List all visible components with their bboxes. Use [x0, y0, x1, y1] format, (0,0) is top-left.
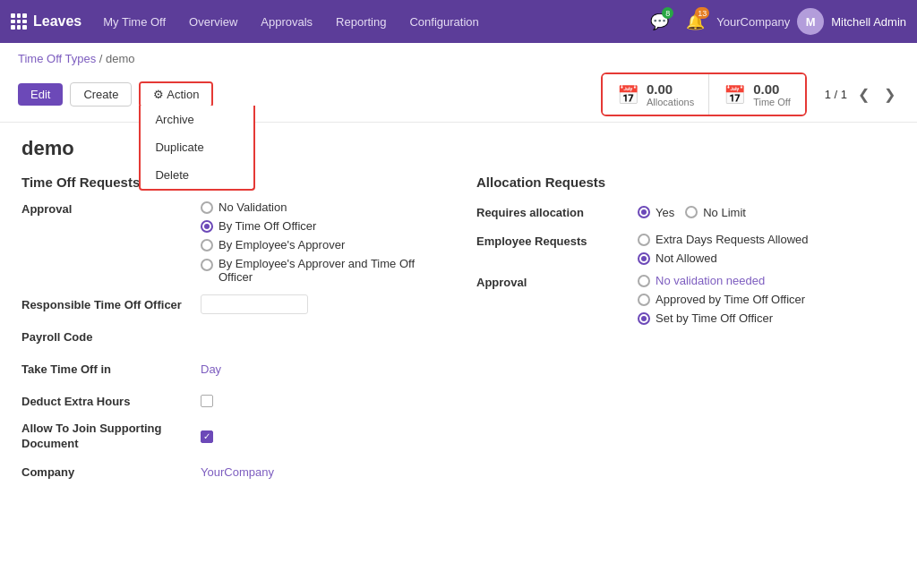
radio-set-by-officer [638, 312, 650, 325]
bell-icon-btn[interactable]: 🔔 13 [681, 7, 709, 36]
alloc-approval-label: Approval [476, 274, 638, 289]
action-duplicate[interactable]: Duplicate [141, 133, 253, 161]
stat-boxes: 📅 0.00 Allocations 📅 0.00 Time Off [601, 72, 807, 116]
alloc-option-no-validation[interactable]: No validation needed [638, 274, 805, 287]
radio-approved-officer [638, 294, 650, 306]
edit-button[interactable]: Edit [18, 83, 63, 106]
toolbar: Edit Create ⚙ Action Archive Duplicate D… [0, 69, 917, 123]
create-button[interactable]: Create [70, 82, 132, 107]
responsible-value[interactable] [201, 294, 308, 314]
main-content: demo Time Off Requests Approval No Valid… [0, 123, 917, 567]
alloc-option-set-by-officer[interactable]: Set by Time Off Officer [638, 311, 805, 325]
company-field-row: Company YourCompany [21, 461, 441, 484]
timeoff-label: Time Off [753, 97, 791, 107]
nav-reporting[interactable]: Reporting [325, 0, 397, 43]
app-name: Leaves [33, 13, 81, 30]
radio-no-limit [685, 206, 698, 218]
deduct-extra-checkbox[interactable] [201, 395, 213, 407]
alloc-approval-row: Approval No validation needed Approved b… [476, 274, 896, 325]
approval-option-0[interactable]: No Validation [201, 200, 441, 214]
take-time-off-field-row: Take Time Off in Day [21, 357, 441, 380]
time-off-requests-section: Time Off Requests Approval No Validation… [21, 175, 441, 493]
payroll-code-label: Payroll Code [21, 330, 201, 344]
pagination: 📅 0.00 Allocations 📅 0.00 Time Off 1 / 1… [601, 72, 899, 116]
employee-option-extra[interactable]: Extra Days Requests Allowed [638, 233, 809, 246]
responsible-label: Responsible Time Off Officer [21, 298, 201, 311]
company-name[interactable]: YourCompany [716, 15, 790, 29]
radio-by-approver-officer [201, 259, 213, 271]
sections-row: Time Off Requests Approval No Validation… [21, 175, 896, 493]
action-archive[interactable]: Archive [141, 106, 253, 133]
grid-icon [11, 13, 27, 30]
company-value: YourCompany [201, 465, 274, 479]
responsible-field-row: Responsible Time Off Officer [21, 293, 441, 316]
radio-yes [638, 206, 650, 218]
breadcrumb-bar: Time Off Types / demo [0, 43, 917, 69]
action-dropdown-wrapper: ⚙ Action Archive Duplicate Delete [139, 81, 213, 107]
prev-page-arrow[interactable]: ❮ [854, 86, 873, 103]
action-delete[interactable]: Delete [141, 161, 253, 189]
user-name[interactable]: Mitchell Admin [831, 15, 906, 29]
take-time-off-value: Day [201, 362, 221, 376]
breadcrumb-current: demo [106, 52, 135, 65]
allocation-requests-section: Allocation Requests Requires allocation … [476, 175, 896, 493]
approval-label: Approval [21, 200, 201, 216]
breadcrumb-parent[interactable]: Time Off Types [18, 52, 96, 65]
approval-option-2[interactable]: By Employee's Approver [201, 238, 441, 251]
nav-my-time-off[interactable]: My Time Off [92, 0, 176, 43]
chat-badge: 8 [662, 7, 673, 19]
alloc-approval-radio-group: No validation needed Approved by Time Of… [638, 274, 805, 325]
radio-no-validation-alloc [638, 275, 650, 287]
employee-requests-label: Employee Requests [476, 233, 638, 248]
breadcrumb-separator: / [99, 52, 106, 65]
navbar: Leaves My Time Off Overview Approvals Re… [0, 0, 917, 43]
allow-join-label: Allow To Join Supporting Document [21, 422, 201, 452]
radio-no-validation [201, 201, 213, 214]
calendar-icon-allocations: 📅 [617, 84, 639, 106]
approval-radio-group: No Validation By Time Off Officer By Emp… [201, 200, 441, 284]
deduct-extra-label: Deduct Extra Hours [21, 395, 201, 408]
bell-badge: 13 [695, 7, 709, 19]
allocations-value: 0.00 [647, 81, 694, 97]
radio-not-allowed [638, 252, 650, 265]
requires-option-yes[interactable]: Yes [638, 206, 674, 219]
radio-by-officer [201, 220, 213, 233]
approval-option-3[interactable]: By Employee's Approver and Time Off Offi… [201, 257, 441, 284]
action-dropdown-menu: Archive Duplicate Delete [139, 106, 255, 191]
nav-right: 💬 8 🔔 13 YourCompany M Mitchell Admin [645, 7, 906, 36]
action-button[interactable]: ⚙ Action [141, 83, 211, 106]
approval-option-1[interactable]: By Time Off Officer [201, 219, 441, 233]
allocation-section-title: Allocation Requests [476, 175, 896, 190]
app-logo[interactable]: Leaves [11, 13, 81, 30]
take-time-off-label: Take Time Off in [21, 362, 201, 376]
alloc-option-approved-officer[interactable]: Approved by Time Off Officer [638, 293, 805, 306]
company-label: Company [21, 465, 201, 479]
employee-requests-row: Employee Requests Extra Days Requests Al… [476, 233, 896, 265]
chat-icon-btn[interactable]: 💬 8 [645, 7, 673, 36]
employee-option-not-allowed[interactable]: Not Allowed [638, 251, 809, 265]
requires-option-no-limit[interactable]: No Limit [685, 206, 746, 219]
nav-overview[interactable]: Overview [178, 0, 248, 43]
allow-join-checkbox[interactable]: ✓ [201, 430, 213, 443]
calendar-icon-timeoff: 📅 [724, 84, 746, 106]
requires-allocation-row: Requires allocation Yes No Limit [476, 200, 896, 224]
allow-join-field-row: Allow To Join Supporting Document ✓ [21, 422, 441, 452]
employee-radio-group: Extra Days Requests Allowed Not Allowed [638, 233, 809, 265]
user-avatar[interactable]: M [797, 8, 824, 35]
page-numbers: 1 / 1 [825, 88, 847, 101]
timeoff-value: 0.00 [753, 81, 791, 97]
approval-field-row: Approval No Validation By Time Off Offic… [21, 200, 441, 284]
allocations-label: Allocations [647, 97, 694, 107]
stat-box-allocations[interactable]: 📅 0.00 Allocations [603, 74, 708, 115]
next-page-arrow[interactable]: ❯ [880, 86, 899, 103]
nav-configuration[interactable]: Configuration [399, 0, 489, 43]
radio-by-approver [201, 239, 213, 251]
stat-box-timeoff[interactable]: 📅 0.00 Time Off [708, 74, 805, 115]
deduct-extra-field-row: Deduct Extra Hours [21, 389, 441, 413]
radio-extra-days [638, 234, 650, 246]
payroll-code-field-row: Payroll Code [21, 325, 441, 348]
nav-approvals[interactable]: Approvals [250, 0, 323, 43]
requires-radio-group: Yes No Limit [638, 206, 746, 219]
requires-allocation-label: Requires allocation [476, 206, 638, 219]
